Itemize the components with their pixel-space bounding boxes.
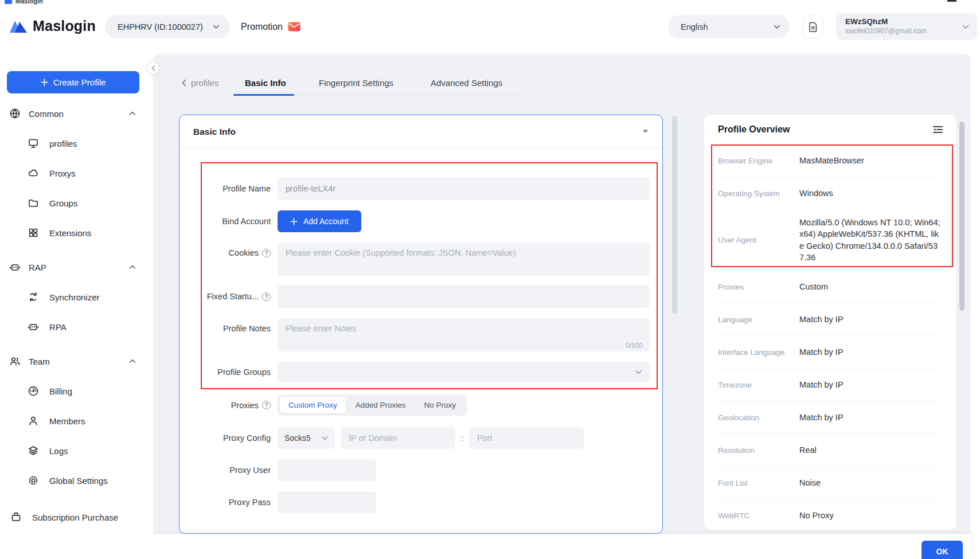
field-proxy-config: Proxy Config Socks5 :	[198, 427, 650, 449]
sidebar-section-team[interactable]: Team	[0, 346, 153, 376]
sidebar-item-label: Subscription Purchase	[32, 513, 118, 522]
person-icon	[28, 415, 39, 427]
profile-overview-rows: Browser Engine MasMateBrowser Operating …	[704, 144, 956, 530]
promotion-label: Promotion	[241, 22, 283, 32]
overview-row-label: User Agent	[718, 236, 799, 244]
sidebar-item-label: Common	[29, 109, 64, 119]
sidebar-item-global-settings[interactable]: Global Settings	[0, 466, 153, 495]
document-button[interactable]	[803, 15, 823, 38]
proxy-option-added-proxies[interactable]: Added Proxies	[347, 397, 415, 413]
sidebar-item-members[interactable]: Members	[0, 406, 153, 436]
proxy-protocol-select[interactable]: Socks5	[278, 427, 335, 449]
overview-row: Browser Engine MasMateBrowser	[718, 144, 943, 177]
language-label: English	[681, 22, 774, 32]
sidebar-item-profiles[interactable]: profiles	[0, 128, 153, 158]
overview-row-value: Noise	[799, 470, 943, 495]
sidebar-item-rpa[interactable]: RPA	[0, 312, 153, 342]
sidebar-item-label: Synchronizer	[49, 292, 100, 302]
cookies-textarea[interactable]	[278, 243, 650, 276]
profile-groups-select[interactable]	[278, 362, 650, 382]
workspace-dropdown[interactable]: EHPHRV (ID:1000027)	[105, 15, 230, 38]
chevron-left-icon	[182, 79, 186, 87]
tab-advanced-settings[interactable]: Advanced Settings	[431, 78, 502, 88]
briefcase-icon	[10, 511, 22, 523]
help-icon[interactable]: ?	[262, 292, 271, 301]
promotion-link[interactable]: Promotion	[241, 15, 300, 38]
ok-button[interactable]: OK	[922, 541, 963, 559]
proxy-protocol-value: Socks5	[284, 433, 322, 443]
active-tab-underline	[233, 94, 294, 96]
sidebar-item-label: Team	[29, 357, 50, 366]
proxy-pass-label: Proxy Pass	[198, 498, 278, 507]
overview-row-value: Real	[799, 437, 943, 463]
basic-info-panel: Basic Info Profile Name Bind Account Add…	[179, 115, 663, 534]
create-profile-label: Create Profile	[53, 77, 106, 87]
field-cookies: Cookies ?	[198, 243, 650, 278]
sidebar-item-logs[interactable]: Logs	[0, 436, 153, 466]
chevron-down-icon	[635, 370, 642, 374]
overview-row: Operating System Windows	[718, 177, 943, 210]
folder-icon	[28, 197, 39, 209]
collapse-caret-icon[interactable]	[642, 130, 649, 134]
back-to-profiles-link[interactable]: profiles	[182, 78, 218, 88]
sidebar-item-proxys[interactable]: Proxys	[0, 158, 153, 188]
add-account-label: Add Account	[303, 217, 349, 226]
overview-row: Timezone Match by IP	[718, 369, 943, 401]
help-icon[interactable]: ?	[262, 249, 271, 257]
profile-name-input[interactable]	[278, 177, 650, 200]
sidebar-section-rap[interactable]: RAP	[0, 252, 153, 282]
sidebar-item-label: profiles	[49, 139, 77, 148]
overview-row: Interface Language Match by IP	[718, 336, 943, 369]
ip-port-separator: :	[461, 433, 463, 443]
minimize-icon[interactable]	[947, 0, 956, 2]
sidebar-item-synchronizer[interactable]: Synchronizer	[0, 282, 153, 312]
chevron-up-icon	[129, 111, 136, 116]
proxy-ip-input[interactable]	[341, 427, 455, 449]
proxy-option-no-proxy[interactable]: No Proxy	[416, 397, 465, 413]
sidebar-section-common[interactable]: Common	[0, 99, 153, 128]
sidebar-item-label: RPA	[49, 322, 67, 332]
proxy-user-input[interactable]	[278, 459, 376, 481]
back-link-label: profiles	[191, 78, 218, 88]
overview-row-value: MasMateBrowser	[799, 148, 943, 173]
overview-scrollbar-thumb[interactable]	[959, 122, 965, 311]
sidebar-item-label: Extensions	[49, 228, 91, 238]
brand-name: Maslogin	[33, 18, 96, 34]
help-icon[interactable]: ?	[262, 401, 271, 409]
add-account-button[interactable]: Add Account	[278, 210, 361, 232]
proxy-option-custom-proxy[interactable]: Custom Proxy	[280, 397, 346, 413]
proxies-label: Proxies ?	[198, 401, 278, 410]
proxy-port-input[interactable]	[469, 427, 584, 449]
basic-info-title: Basic Info	[193, 127, 236, 137]
user-account-dropdown[interactable]: EWzSQhzM xiaofei020907@gmail.com	[836, 13, 977, 40]
gauge-icon	[28, 385, 39, 397]
fixed-startup-input[interactable]	[278, 285, 650, 308]
field-proxy-user: Proxy User	[198, 459, 650, 481]
sidebar-item-billing[interactable]: Billing	[0, 376, 153, 406]
proxy-pass-input[interactable]	[278, 491, 376, 513]
main-scrollbar-thumb[interactable]	[672, 116, 677, 314]
sidebar-collapse-button[interactable]	[147, 62, 159, 75]
tab-basic-info[interactable]: Basic Info	[245, 78, 286, 88]
overview-row: Language Match by IP	[718, 303, 943, 336]
profile-overview-header: Profile Overview	[704, 115, 956, 144]
profile-notes-textarea[interactable]	[278, 318, 650, 351]
language-dropdown[interactable]: English	[668, 15, 790, 38]
sidebar-item-extensions[interactable]: Extensions	[0, 218, 153, 248]
overview-row-label: Proxies	[718, 283, 799, 291]
proxy-user-label: Proxy User	[198, 466, 278, 475]
tab-fingerprint-settings[interactable]: Fingerprint Settings	[319, 78, 393, 88]
overview-row-label: Timezone	[718, 381, 799, 389]
sidebar-item-groups[interactable]: Groups	[0, 188, 153, 218]
chevron-up-icon	[129, 265, 136, 269]
collapse-panel-icon[interactable]	[933, 126, 943, 134]
overview-row-value: Match by IP	[799, 405, 943, 430]
overview-row-label: Operating System	[718, 189, 799, 198]
sidebar-item-subscription-purchase[interactable]: Subscription Purchase	[0, 502, 153, 532]
robot-icon	[9, 261, 21, 273]
create-profile-button[interactable]: Create Profile	[7, 71, 139, 93]
overview-row-value: No Proxy	[799, 503, 943, 528]
profile-groups-label: Profile Groups	[198, 368, 278, 377]
chevron-down-icon	[322, 436, 328, 440]
plus-icon	[41, 79, 48, 86]
